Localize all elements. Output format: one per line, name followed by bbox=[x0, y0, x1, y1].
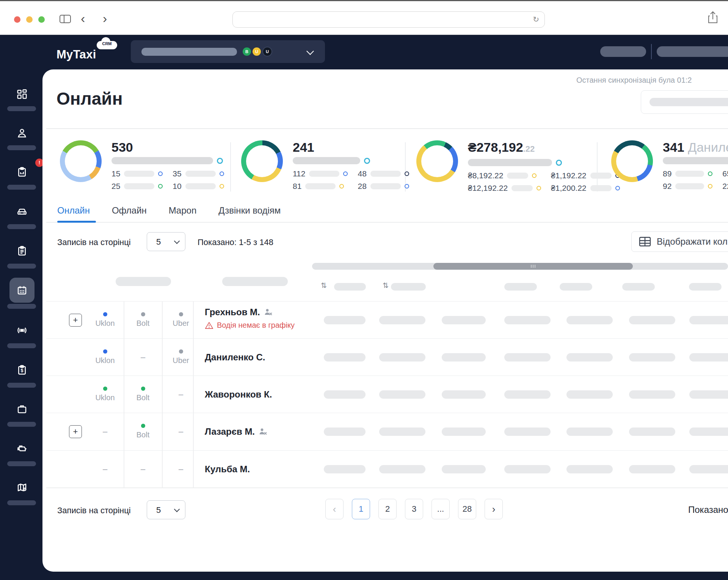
status-dot-offline-icon bbox=[179, 312, 183, 316]
page-button-2[interactable]: 2 bbox=[378, 499, 397, 519]
stat-sub-bar bbox=[124, 183, 154, 189]
status-dot-online-icon bbox=[103, 312, 107, 316]
show-columns-label: Відображати кол bbox=[657, 236, 728, 247]
cell-placeholder bbox=[504, 353, 551, 362]
next-page-button[interactable]: › bbox=[485, 499, 503, 519]
table-row[interactable]: Uklon Bolt – Жаворонков К. bbox=[46, 376, 728, 413]
sidebar-item-documents[interactable] bbox=[11, 239, 33, 262]
stat-sub-value: ₴12,192.22 bbox=[468, 184, 508, 193]
url-bar[interactable]: ↻ bbox=[232, 11, 545, 28]
sidebar-item-billing[interactable]: $ bbox=[11, 358, 33, 381]
stat-value: ₴278,192.22 bbox=[468, 140, 620, 156]
stat-sub-bar bbox=[305, 183, 336, 189]
cell-placeholder bbox=[629, 428, 675, 436]
stat-bar-placeholder bbox=[293, 157, 360, 164]
page-button-1[interactable]: 1 bbox=[352, 499, 370, 519]
browser-chrome: ‹ › ↻ bbox=[0, 0, 728, 35]
tab-online[interactable]: Онлайн bbox=[57, 205, 90, 216]
forward-button[interactable]: › bbox=[103, 12, 107, 25]
horizontal-scrollbar-handle[interactable] bbox=[433, 263, 633, 270]
driver-name[interactable]: Лазарєв М. bbox=[205, 426, 255, 437]
status-dot-offline-icon bbox=[179, 349, 183, 354]
cell-placeholder bbox=[629, 390, 675, 399]
briefcase-icon bbox=[16, 403, 28, 415]
empty-status: – bbox=[126, 451, 160, 487]
expand-row-button[interactable]: + bbox=[69, 314, 82, 327]
cell-placeholder bbox=[629, 465, 675, 473]
main-content-card: Остання синхронізація була 01:2 Онлайн 5… bbox=[42, 69, 728, 572]
tab-underline-track bbox=[46, 222, 728, 223]
back-button[interactable]: ‹ bbox=[81, 12, 85, 25]
sidebar-item-cars[interactable] bbox=[11, 200, 33, 223]
sidebar-toggle-icon[interactable] bbox=[60, 15, 71, 23]
dashboard-icon bbox=[16, 88, 28, 100]
table-bottom-border bbox=[46, 487, 728, 488]
scrollbar-grip-icon bbox=[531, 265, 535, 268]
sidebar-item-users[interactable] bbox=[11, 122, 33, 145]
sidebar-item-reports[interactable]: ! bbox=[11, 160, 33, 183]
cell-placeholder bbox=[689, 428, 728, 436]
tab-mapon[interactable]: Mapon bbox=[169, 205, 196, 216]
stat-sub-bar bbox=[370, 171, 401, 177]
table-row[interactable]: Uklon – Uber Даниленко С. bbox=[46, 338, 728, 376]
cell-placeholder bbox=[689, 465, 728, 473]
sidebar-item-broadcast[interactable] bbox=[11, 319, 33, 342]
per-page-select[interactable]: 5 bbox=[147, 500, 185, 519]
sidebar-item-dashboard[interactable] bbox=[11, 83, 33, 105]
cell-placeholder bbox=[324, 465, 366, 473]
sidebar-item-schedule[interactable] bbox=[11, 279, 33, 302]
account-dropdown[interactable]: B U U bbox=[131, 40, 325, 63]
sidebar-item-jobs[interactable] bbox=[11, 398, 33, 420]
page-button-3[interactable]: 3 bbox=[405, 499, 423, 519]
car-icon bbox=[16, 206, 28, 217]
status-dot-active-icon bbox=[141, 387, 145, 391]
minimize-window-button[interactable] bbox=[26, 16, 33, 23]
stat-sub-bar bbox=[370, 183, 401, 189]
per-page-value: 5 bbox=[156, 237, 161, 247]
driver-name[interactable]: Даниленко С. bbox=[205, 352, 265, 363]
cell-placeholder bbox=[504, 390, 551, 399]
chevron-down-icon bbox=[306, 47, 314, 55]
page-button-28[interactable]: 28 bbox=[458, 499, 476, 519]
stat-sub-bar bbox=[675, 183, 704, 189]
per-page-label: Записів на сторінці bbox=[57, 506, 131, 516]
table-row[interactable]: – – – Кульба М. bbox=[46, 450, 728, 487]
cell-placeholder bbox=[689, 316, 728, 324]
stat-sub-value: 48 bbox=[358, 169, 366, 178]
show-columns-button[interactable]: Відображати кол bbox=[631, 231, 728, 252]
stat-sub-value: 22 bbox=[722, 182, 728, 191]
table-row[interactable]: + – Bolt – Лазарєв М. bbox=[46, 413, 728, 450]
prev-page-button[interactable]: ‹ bbox=[325, 499, 344, 519]
divider bbox=[46, 128, 728, 129]
close-window-button[interactable] bbox=[14, 16, 20, 23]
user-icon bbox=[16, 127, 28, 139]
stat-card-revenue: ₴278,192.22 ₴8,192.22 ₴1,192.22 ₴12,192.… bbox=[416, 140, 620, 193]
tab-driver-calls[interactable]: Дзвінки водіям bbox=[218, 205, 281, 216]
sidebar-item-service[interactable] bbox=[11, 437, 33, 460]
cell-placeholder bbox=[442, 428, 486, 436]
stat-sub-value: 10 bbox=[173, 182, 181, 191]
sort-icon[interactable]: ⇅ bbox=[383, 281, 389, 290]
page-ellipsis-button[interactable]: ... bbox=[431, 499, 450, 519]
stat-sub-value: ₴8,192.22 bbox=[468, 171, 503, 180]
driver-name[interactable]: Жаворонков К. bbox=[205, 389, 272, 400]
table-row[interactable]: + Uklon Bolt Uber Грехньов М. Водія нема… bbox=[46, 301, 728, 338]
donut-chart bbox=[611, 140, 653, 182]
filter-select[interactable] bbox=[641, 90, 728, 114]
tab-offline[interactable]: Офлайн bbox=[112, 205, 147, 216]
driver-name[interactable]: Кульба М. bbox=[205, 464, 250, 475]
header-action-placeholder[interactable] bbox=[600, 46, 646, 57]
share-icon[interactable] bbox=[708, 11, 718, 25]
expand-row-button[interactable]: + bbox=[69, 425, 82, 438]
logo[interactable]: MyTaxi bbox=[56, 48, 96, 61]
sidebar-item-map[interactable] bbox=[11, 476, 33, 499]
zoom-window-button[interactable] bbox=[38, 16, 45, 23]
sidebar-label-placeholder bbox=[7, 500, 36, 505]
driver-name[interactable]: Грехньов М. bbox=[205, 307, 260, 318]
per-page-select[interactable]: 5 bbox=[147, 232, 185, 251]
chevron-down-icon bbox=[174, 506, 180, 512]
horizontal-scrollbar-track[interactable] bbox=[312, 263, 728, 270]
sort-icon[interactable]: ⇅ bbox=[321, 281, 327, 290]
header-action-placeholder-2[interactable] bbox=[657, 46, 728, 57]
refresh-icon[interactable]: ↻ bbox=[533, 15, 539, 24]
